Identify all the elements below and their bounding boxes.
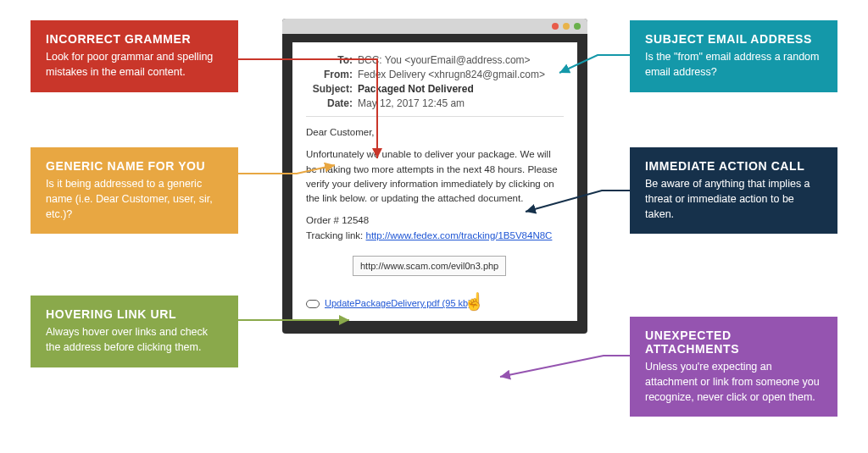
callout-title: GENERIC NAME FOR YOU: [46, 159, 223, 173]
callout-generic-name: GENERIC NAME FOR YOU Is it being address…: [31, 147, 238, 234]
email-card: To: BCC: You <yourEmail@address.com> Fro…: [292, 42, 577, 321]
callout-text: Look for poor grammar and spelling mista…: [46, 50, 223, 80]
callout-title: UNEXPECTED ATTACHMENTS: [645, 329, 822, 356]
tracking-prefix: Tracking link:: [306, 230, 366, 240]
attachment-row[interactable]: UpdatePackageDelivery.pdf (95 kb): [306, 296, 564, 311]
callout-text: Is the "from" email address a random ema…: [645, 50, 822, 80]
to-label: To:: [306, 54, 353, 66]
hover-url-tooltip: http://www.scam.com/evil0n3.php: [353, 256, 506, 277]
window-title-bar: [282, 19, 587, 34]
to-value: BCC: You <yourEmail@address.com>: [358, 54, 531, 66]
date-label: Date:: [306, 97, 353, 109]
callout-title: HOVERING LINK URL: [46, 307, 223, 321]
tracking-link[interactable]: http://www.fedex.com/tracking/1B5V84N8C: [366, 230, 553, 240]
subject-label: Subject:: [306, 83, 353, 95]
email-greeting: Dear Customer,: [306, 125, 564, 140]
email-window: To: BCC: You <yourEmail@address.com> Fro…: [282, 19, 587, 334]
order-number: Order # 12548: [306, 215, 369, 225]
window-maximize-icon: [574, 23, 581, 30]
subject-value: Packaged Not Delivered: [358, 83, 474, 95]
callout-title: SUBJECT EMAIL ADDRESS: [645, 32, 822, 46]
paperclip-icon: [306, 300, 320, 308]
callout-title: INCORRECT GRAMMER: [46, 32, 223, 46]
callout-text: Always hover over links and check the ad…: [46, 325, 223, 356]
window-minimize-icon: [563, 23, 570, 30]
from-label: From:: [306, 69, 353, 80]
window-close-icon: [552, 23, 559, 30]
callout-incorrect-grammar: INCORRECT GRAMMER Look for poor grammar …: [31, 20, 238, 92]
callout-hovering-link: HOVERING LINK URL Always hover over link…: [31, 296, 238, 367]
attachment-link[interactable]: UpdatePackageDelivery.pdf (95 kb): [325, 296, 471, 311]
callout-title: IMMEDIATE ACTION CALL: [645, 159, 822, 173]
callout-text: Is it being addressed to a generic name …: [46, 177, 223, 222]
callout-text: Unless you're expecting an attachment or…: [645, 360, 822, 405]
callout-subject-address: SUBJECT EMAIL ADDRESS Is the "from" emai…: [630, 20, 837, 92]
from-value: Fedex Delivery <xhrugn824@gmail.com>: [358, 69, 545, 80]
callout-immediate-action: IMMEDIATE ACTION CALL Be aware of anythi…: [630, 147, 837, 234]
callout-text: Be aware of anything that implies a thre…: [645, 177, 822, 222]
callout-unexpected-attachments: UNEXPECTED ATTACHMENTS Unless you're exp…: [630, 317, 837, 417]
date-value: May 12, 2017 12:45 am: [358, 97, 465, 109]
email-body-paragraph: Unfortunately we unable to deliver your …: [306, 147, 564, 206]
